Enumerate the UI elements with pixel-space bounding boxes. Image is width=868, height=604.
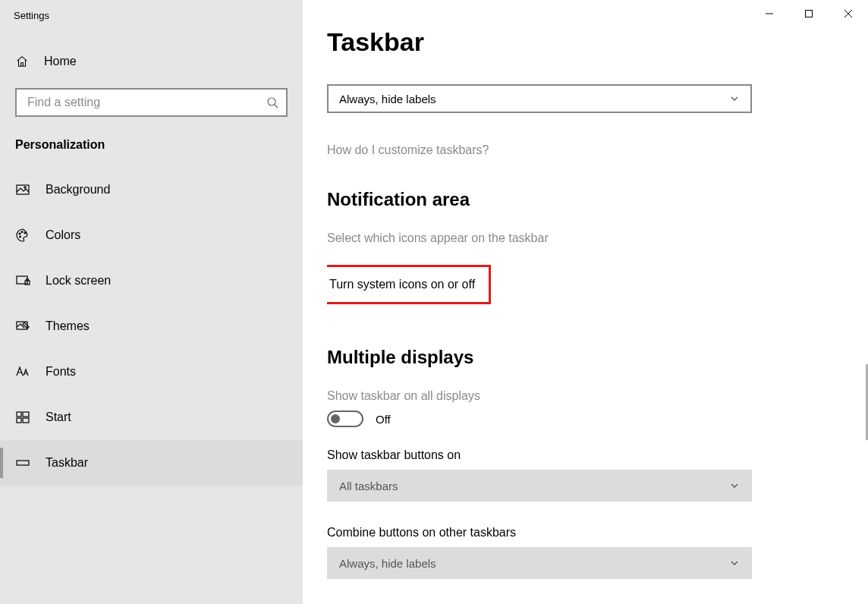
sidebar-item-fonts[interactable]: Fonts bbox=[0, 349, 303, 395]
chevron-down-icon bbox=[729, 480, 740, 491]
svg-rect-15 bbox=[17, 461, 29, 465]
themes-icon bbox=[15, 319, 30, 334]
show-all-label: Show taskbar on all displays bbox=[327, 389, 844, 403]
sidebar-item-label: Fonts bbox=[46, 365, 76, 379]
combine-buttons-dropdown[interactable]: Always, hide labels bbox=[327, 84, 752, 113]
multiple-displays-heading: Multiple displays bbox=[327, 347, 844, 368]
minimize-button[interactable] bbox=[750, 0, 789, 27]
sidebar-item-start[interactable]: Start bbox=[0, 395, 303, 440]
picture-icon bbox=[15, 182, 30, 197]
svg-point-7 bbox=[20, 236, 21, 238]
search-input[interactable] bbox=[15, 88, 288, 117]
sidebar-item-colors[interactable]: Colors bbox=[0, 212, 303, 258]
combine-other-dropdown[interactable]: Always, hide labels bbox=[327, 547, 752, 579]
help-link[interactable]: How do I customize taskbars? bbox=[327, 143, 489, 157]
sidebar-item-taskbar[interactable]: Taskbar bbox=[0, 440, 303, 486]
sidebar-item-label: Lock screen bbox=[46, 274, 111, 288]
search-icon bbox=[266, 96, 278, 109]
svg-rect-17 bbox=[806, 11, 813, 17]
svg-rect-13 bbox=[17, 418, 21, 423]
home-icon bbox=[15, 55, 29, 68]
sidebar-item-label: Taskbar bbox=[46, 456, 88, 470]
show-buttons-dropdown[interactable]: All taskbars bbox=[327, 470, 752, 502]
svg-rect-14 bbox=[23, 418, 29, 423]
system-icons-link[interactable]: Turn system icons on or off bbox=[329, 278, 475, 291]
toggle-status: Off bbox=[376, 413, 391, 426]
show-buttons-label: Show taskbar buttons on bbox=[327, 448, 844, 462]
chevron-down-icon bbox=[729, 558, 740, 568]
combine-other-label: Combine buttons on other taskbars bbox=[327, 526, 844, 540]
sidebar-item-label: Start bbox=[46, 411, 71, 424]
app-title: Settings bbox=[0, 0, 303, 46]
sidebar-item-label: Background bbox=[46, 183, 110, 197]
toggle-knob bbox=[331, 414, 340, 423]
svg-point-3 bbox=[24, 187, 26, 188]
show-all-toggle[interactable] bbox=[327, 411, 363, 427]
dropdown-value: All taskbars bbox=[339, 480, 398, 492]
lock-screen-icon bbox=[15, 273, 30, 288]
sidebar-item-themes[interactable]: Themes bbox=[0, 304, 303, 349]
dropdown-value: Always, hide labels bbox=[339, 557, 436, 570]
close-button[interactable] bbox=[829, 0, 868, 27]
svg-point-6 bbox=[24, 232, 26, 234]
sidebar-item-label: Themes bbox=[46, 319, 90, 333]
svg-point-5 bbox=[21, 231, 23, 233]
taskbar-icon bbox=[15, 455, 30, 470]
dropdown-value: Always, hide labels bbox=[339, 93, 436, 105]
notification-heading: Notification area bbox=[327, 189, 844, 210]
svg-line-1 bbox=[275, 105, 278, 108]
highlight-box: Turn system icons on or off bbox=[327, 265, 491, 304]
svg-point-4 bbox=[19, 233, 20, 234]
page-title: Taskbar bbox=[327, 27, 844, 57]
svg-rect-12 bbox=[23, 412, 29, 417]
sidebar-section-label: Personalization bbox=[0, 117, 303, 167]
palette-icon bbox=[15, 228, 30, 243]
search-box bbox=[15, 88, 288, 117]
chevron-down-icon bbox=[729, 93, 740, 104]
sidebar-home[interactable]: Home bbox=[0, 46, 303, 77]
select-icons-link[interactable]: Select which icons appear on the taskbar bbox=[327, 231, 549, 245]
fonts-icon bbox=[15, 364, 30, 379]
sidebar: Settings Home Personalization Background bbox=[0, 0, 303, 604]
svg-point-0 bbox=[268, 98, 275, 105]
sidebar-item-lock-screen[interactable]: Lock screen bbox=[0, 258, 303, 304]
window-controls bbox=[750, 0, 868, 27]
sidebar-item-background[interactable]: Background bbox=[0, 167, 303, 212]
maximize-button[interactable] bbox=[789, 0, 829, 27]
svg-rect-11 bbox=[17, 412, 21, 417]
sidebar-home-label: Home bbox=[44, 55, 77, 68]
sidebar-item-label: Colors bbox=[46, 228, 80, 242]
content-pane: Taskbar Always, hide labels How do I cus… bbox=[303, 0, 868, 604]
start-icon bbox=[15, 410, 30, 425]
